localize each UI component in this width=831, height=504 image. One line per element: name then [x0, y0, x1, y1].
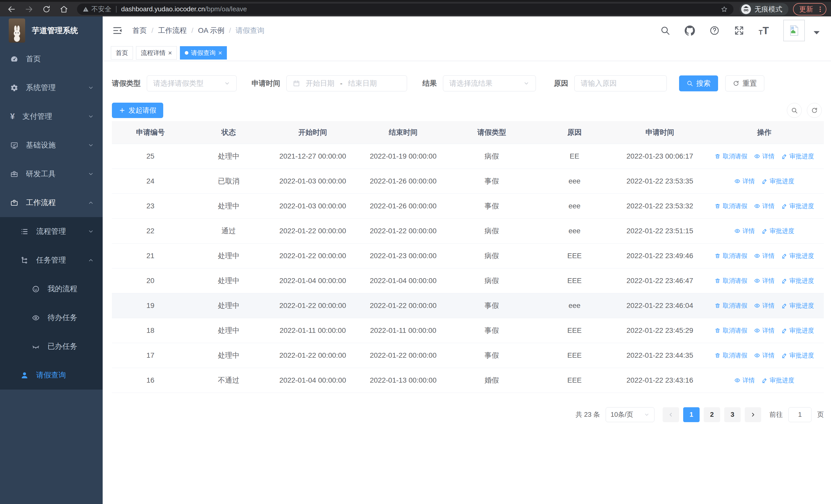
sidebar-item-devtools[interactable]: 研发工具: [0, 159, 103, 188]
toggle-search-button[interactable]: [787, 103, 802, 118]
fullscreen-icon[interactable]: [734, 25, 744, 36]
action-detail-button[interactable]: 详情: [754, 252, 775, 260]
action-progress-button[interactable]: 审批进度: [781, 277, 814, 285]
next-page-button[interactable]: [745, 407, 761, 422]
browser-tab-strip: [0, 0, 831, 2]
prev-page-button[interactable]: [663, 407, 679, 422]
cell-status: 通过: [189, 218, 268, 243]
user-avatar[interactable]: [783, 20, 805, 41]
action-progress-button[interactable]: 审批进度: [781, 326, 814, 335]
browser-reload-icon[interactable]: [42, 5, 51, 13]
sidebar-item-system[interactable]: 系统管理: [0, 73, 103, 102]
browser-back-icon[interactable]: [7, 5, 16, 13]
edit-icon: [781, 153, 787, 159]
table-row[interactable]: 24已取消2022-01-03 00:00:002022-01-26 00:00…: [112, 169, 824, 194]
url-bar[interactable]: 不安全 dashboard.yudao.iocoder.cn/bpm/oa/le…: [77, 4, 734, 15]
action-detail-button[interactable]: 详情: [734, 177, 755, 185]
table-row[interactable]: 21处理中2022-01-22 00:00:002022-01-23 00:00…: [112, 243, 824, 268]
header-search-icon[interactable]: [660, 25, 670, 36]
page-button-2[interactable]: 2: [704, 407, 720, 422]
tab-process-detail[interactable]: 流程详情×: [136, 46, 177, 60]
tab-close-icon[interactable]: ×: [218, 50, 222, 56]
create-leave-button[interactable]: 发起请假: [112, 102, 163, 118]
end-date-placeholder: 结束日期: [348, 79, 377, 88]
sidebar-item-workflow[interactable]: 工作流程: [0, 188, 103, 217]
result-select[interactable]: 请选择流结果: [443, 76, 536, 91]
action-cancel-button[interactable]: 取消请假: [715, 351, 747, 359]
action-detail-button[interactable]: 详情: [734, 227, 755, 235]
sidebar-item-task-mgmt[interactable]: 任务管理: [0, 246, 103, 274]
apply-time-range-picker[interactable]: 开始日期 - 结束日期: [286, 76, 407, 91]
tab-home[interactable]: 首页: [111, 46, 133, 60]
app-logo[interactable]: 芋道管理系统: [0, 17, 103, 45]
reset-button[interactable]: 重置: [725, 76, 764, 91]
action-detail-button[interactable]: 详情: [754, 202, 775, 210]
page-button-3[interactable]: 3: [724, 407, 741, 422]
table-row[interactable]: 17处理中2022-01-22 00:00:002022-01-22 00:00…: [112, 343, 824, 368]
goto-page-input[interactable]: [789, 407, 811, 422]
sidebar-collapse-icon[interactable]: [112, 25, 123, 36]
sidebar-item-payment[interactable]: ¥支付管理: [0, 102, 103, 131]
cell-id: 17: [112, 343, 189, 368]
action-cancel-button[interactable]: 取消请假: [715, 326, 747, 335]
security-label[interactable]: 不安全: [91, 5, 111, 13]
page-button-1[interactable]: 1: [683, 407, 699, 422]
font-size-icon[interactable]: TT: [758, 26, 769, 35]
action-detail-button[interactable]: 详情: [754, 277, 775, 285]
avatar-caret-down-icon[interactable]: [811, 27, 822, 38]
tab-close-icon[interactable]: ×: [168, 50, 172, 56]
action-cancel-button[interactable]: 取消请假: [715, 301, 747, 310]
column-header: 请假类型: [449, 121, 534, 144]
action-cancel-button[interactable]: 取消请假: [715, 277, 747, 285]
cell-reason: EEE: [534, 243, 615, 268]
action-detail-button[interactable]: 详情: [754, 152, 775, 160]
browser-home-icon[interactable]: [60, 5, 68, 13]
github-icon[interactable]: [685, 25, 695, 36]
sidebar-item-infra[interactable]: 基础设施: [0, 131, 103, 159]
action-cancel-button[interactable]: 取消请假: [715, 152, 747, 160]
sidebar-item-label: 我的流程: [48, 284, 77, 294]
breadcrumb-item[interactable]: OA 示例: [198, 26, 225, 35]
breadcrumb-item[interactable]: 工作流程: [158, 26, 187, 35]
browser-forward-icon[interactable]: [25, 5, 33, 13]
breadcrumb-item[interactable]: 首页: [133, 26, 147, 35]
action-progress-button[interactable]: 审批进度: [781, 301, 814, 310]
tab-leave-query[interactable]: 请假查询×: [180, 46, 227, 60]
table-row[interactable]: 18处理中2022-01-11 00:00:002022-01-11 00:00…: [112, 318, 824, 343]
action-progress-button[interactable]: 审批进度: [762, 227, 794, 235]
sidebar-item-leave-query[interactable]: 请假查询: [0, 361, 103, 390]
action-detail-button[interactable]: 详情: [734, 376, 755, 384]
action-detail-button[interactable]: 详情: [754, 351, 775, 359]
sidebar-item-home[interactable]: 首页: [0, 45, 103, 73]
action-cancel-button[interactable]: 取消请假: [715, 202, 747, 210]
action-progress-button[interactable]: 审批进度: [762, 376, 794, 384]
leave-type-select[interactable]: 请选择请假类型: [147, 76, 237, 91]
action-cancel-button[interactable]: 取消请假: [715, 252, 747, 260]
bookmark-star-icon[interactable]: [721, 6, 728, 13]
refresh-table-button[interactable]: [807, 103, 822, 118]
table-row[interactable]: 20处理中2022-01-04 00:00:002022-01-04 00:00…: [112, 268, 824, 293]
browser-menu-icon[interactable]: [816, 6, 824, 13]
reason-input[interactable]: 请输入原因: [574, 76, 667, 91]
sidebar-item-my-process[interactable]: 我的流程: [0, 274, 103, 303]
action-progress-button[interactable]: 审批进度: [762, 177, 794, 185]
page-size-select[interactable]: 10条/页: [606, 407, 654, 422]
action-progress-button[interactable]: 审批进度: [781, 252, 814, 260]
action-progress-button[interactable]: 审批进度: [781, 152, 814, 160]
search-button[interactable]: 搜索: [679, 76, 718, 91]
help-icon[interactable]: [709, 25, 720, 36]
table-row[interactable]: 19处理中2022-01-22 00:00:002022-01-22 00:00…: [112, 293, 824, 318]
table-row[interactable]: 16不通过2022-01-04 00:00:002022-01-13 00:00…: [112, 368, 824, 393]
browser-update-button[interactable]: 更新: [793, 3, 826, 16]
table-row[interactable]: 25处理中2021-12-27 00:00:002022-01-19 00:00…: [112, 144, 824, 169]
action-detail-button[interactable]: 详情: [754, 326, 775, 335]
action-detail-button[interactable]: 详情: [754, 301, 775, 310]
action-progress-button[interactable]: 审批进度: [781, 351, 814, 359]
url-text[interactable]: dashboard.yudao.iocoder.cn/bpm/oa/leave: [121, 5, 247, 13]
sidebar-item-done-tasks[interactable]: 已办任务: [0, 332, 103, 361]
sidebar-item-todo-tasks[interactable]: 待办任务: [0, 303, 103, 332]
table-row[interactable]: 23处理中2022-01-03 00:00:002022-01-26 00:00…: [112, 194, 824, 218]
action-progress-button[interactable]: 审批进度: [781, 202, 814, 210]
sidebar-item-process-mgmt[interactable]: 流程管理: [0, 217, 103, 246]
table-row[interactable]: 22通过2022-01-22 00:00:002022-01-22 00:00:…: [112, 218, 824, 243]
